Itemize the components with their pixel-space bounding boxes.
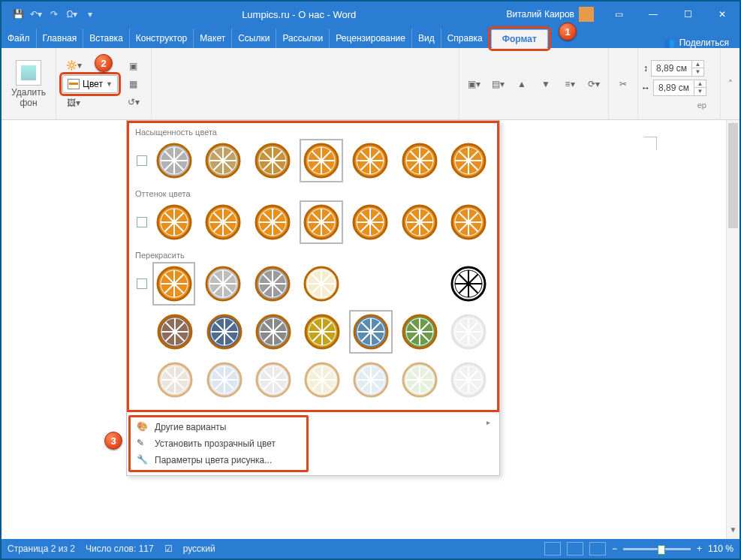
bring-forward-icon[interactable]: ▲: [511, 76, 533, 92]
menu-set-transparent[interactable]: ✎ Установить прозрачный цвет: [134, 435, 303, 452]
send-backward-icon[interactable]: ▼: [535, 76, 557, 92]
qa-customize-icon[interactable]: ▾: [81, 5, 99, 23]
status-lang[interactable]: русский: [183, 543, 215, 554]
color-swatch[interactable]: [202, 263, 243, 305]
wrap-text-icon[interactable]: ▤▾: [486, 76, 509, 92]
color-swatch[interactable]: [399, 140, 440, 182]
redo-icon[interactable]: ↷: [45, 5, 63, 23]
crop-icon[interactable]: ✂: [612, 68, 634, 101]
user-account[interactable]: Виталий Каиров: [499, 7, 601, 22]
color-swatch[interactable]: [203, 359, 245, 401]
height-input[interactable]: 8,89 см ▲▼: [651, 60, 704, 77]
color-swatch[interactable]: [153, 201, 194, 243]
color-swatch[interactable]: [350, 311, 391, 353]
svg-point-318: [271, 378, 276, 382]
reset-picture-icon[interactable]: ↺▾: [122, 94, 145, 110]
color-swatch[interactable]: [252, 359, 294, 401]
color-button[interactable]: Цвет ▼: [62, 75, 118, 93]
color-swatch[interactable]: [252, 140, 293, 182]
color-swatch[interactable]: [155, 359, 196, 401]
collapse-ribbon-icon[interactable]: ˄: [720, 48, 739, 119]
tab-file[interactable]: Файл: [2, 29, 37, 48]
view-read-icon[interactable]: [544, 542, 561, 555]
align-icon[interactable]: ≡▾: [559, 76, 581, 92]
group-remove-bg[interactable]: Удалить фон: [2, 48, 56, 119]
color-swatch[interactable]: [300, 201, 342, 243]
menu-more-variants[interactable]: 🎨 Другие варианты: [134, 419, 303, 435]
rotate-icon[interactable]: ⟳▾: [583, 76, 605, 92]
undo-icon[interactable]: ↶▾: [27, 5, 45, 23]
color-swatch[interactable]: [448, 359, 489, 401]
color-swatch[interactable]: [448, 311, 489, 353]
callout-3: 3: [104, 432, 122, 450]
tab-view[interactable]: Вид: [412, 29, 441, 48]
color-swatch[interactable]: [202, 201, 243, 243]
scroll-thumb[interactable]: [728, 123, 738, 228]
tab-review[interactable]: Рецензирование: [330, 29, 412, 48]
maximize-icon[interactable]: ☐: [670, 2, 705, 27]
user-name: Виталий Каиров: [506, 9, 574, 20]
zoom-out-icon[interactable]: −: [612, 543, 617, 554]
corrections-icon[interactable]: 🔆▾: [62, 57, 85, 74]
status-page[interactable]: Страница 2 из 2: [8, 543, 75, 554]
zoom-value[interactable]: 110 %: [708, 543, 733, 554]
saturation-row: [134, 138, 492, 186]
color-swatch[interactable]: [155, 311, 196, 353]
svg-point-32: [270, 158, 275, 163]
tab-home[interactable]: Главная: [37, 29, 84, 48]
tab-format[interactable]: Формат: [491, 29, 548, 48]
change-picture-icon[interactable]: ▦: [122, 76, 145, 92]
color-swatch[interactable]: [300, 263, 342, 305]
svg-point-120: [319, 220, 324, 224]
color-swatch[interactable]: [153, 140, 194, 182]
width-value: 8,89 см: [654, 83, 694, 93]
color-swatch[interactable]: [448, 201, 489, 243]
color-swatch[interactable]: [399, 311, 441, 353]
zoom-slider[interactable]: [623, 548, 691, 550]
ribbon-display-icon[interactable]: ▭: [601, 2, 636, 27]
omega-icon[interactable]: Ω▾: [63, 5, 81, 23]
color-swatch[interactable]: [202, 140, 243, 182]
color-swatch[interactable]: [301, 359, 342, 401]
svg-point-175: [221, 282, 225, 286]
save-icon[interactable]: 💾: [9, 5, 27, 23]
color-swatch[interactable]: [448, 263, 489, 305]
color-swatch[interactable]: [350, 201, 391, 243]
color-swatch[interactable]: [153, 263, 194, 305]
color-swatch[interactable]: [350, 359, 391, 401]
view-print-icon[interactable]: [567, 542, 583, 555]
artistic-effects-icon[interactable]: 🖼▾: [62, 95, 85, 111]
scroll-down-icon[interactable]: ▼: [727, 525, 739, 539]
proofing-icon[interactable]: ☑: [164, 543, 173, 554]
tab-layout[interactable]: Макет: [194, 29, 232, 48]
color-swatch[interactable]: [301, 311, 342, 353]
vertical-scrollbar[interactable]: ▲ ▼: [726, 120, 739, 539]
view-web-icon[interactable]: [589, 542, 606, 555]
menu-color-options[interactable]: 🔧 Параметры цвета рисунка...: [134, 452, 303, 468]
color-swatch[interactable]: [252, 311, 294, 353]
color-swatch[interactable]: [300, 140, 342, 182]
color-swatch[interactable]: [399, 359, 441, 401]
tab-mailings[interactable]: Рассылки: [276, 29, 330, 48]
svg-point-329: [320, 378, 324, 382]
zoom-in-icon[interactable]: +: [697, 543, 702, 554]
tab-design[interactable]: Конструктор: [130, 29, 194, 48]
position-icon[interactable]: ▣▾: [462, 76, 485, 92]
color-swatch[interactable]: [252, 201, 293, 243]
color-swatch[interactable]: [203, 311, 245, 353]
color-swatch[interactable]: [252, 263, 293, 305]
tab-references[interactable]: Ссылки: [232, 29, 276, 48]
svg-point-307: [222, 378, 227, 382]
compress-icon[interactable]: ▣: [122, 58, 145, 74]
tab-help[interactable]: Справка: [441, 29, 489, 48]
status-words[interactable]: Число слов: 117: [86, 543, 154, 554]
close-icon[interactable]: ✕: [705, 2, 739, 27]
share-button[interactable]: 👥 Поделиться: [653, 38, 739, 48]
document-area[interactable]: Насыщенность цвета Оттенок цвета Перекра…: [2, 120, 739, 539]
minimize-icon[interactable]: —: [636, 2, 670, 27]
tab-insert[interactable]: Вставка: [83, 29, 130, 48]
width-input[interactable]: 8,89 см ▲▼: [653, 80, 706, 96]
color-swatch[interactable]: [350, 140, 391, 182]
color-swatch[interactable]: [448, 140, 489, 182]
color-swatch[interactable]: [399, 201, 440, 243]
